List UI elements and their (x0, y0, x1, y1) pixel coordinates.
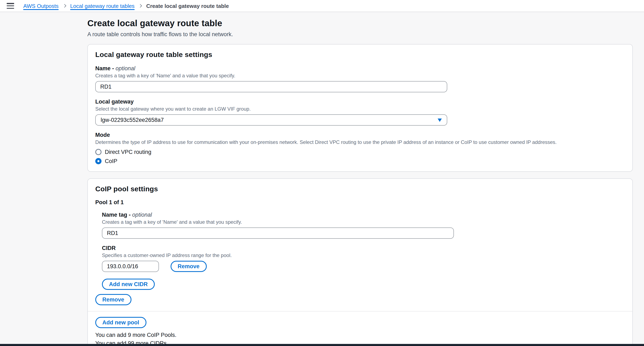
radio-icon (95, 149, 102, 155)
radio-icon (95, 158, 102, 164)
caret-down-icon (438, 118, 442, 122)
pools-remaining-hint: You can add 9 more CoIP Pools. (95, 332, 625, 338)
local-gateway-selected-value: lgw-02293c552ee2658a7 (101, 117, 164, 123)
add-new-pool-button[interactable]: Add new pool (95, 317, 146, 328)
breadcrumb-current-page: Create local gateway route table (146, 3, 229, 9)
local-gateway-description: Select the local gateway where you want … (95, 106, 625, 112)
bottom-dark-bar (0, 344, 644, 346)
main-content: Create local gateway route table A route… (87, 12, 633, 346)
optional-hint: optional (116, 65, 136, 71)
name-tag-field: Name tag - optional Creates a tag with a… (102, 212, 625, 239)
radio-direct-vpc-routing[interactable]: Direct VPC routing (95, 149, 625, 155)
page-subtitle: A route table controls how traffic flows… (87, 31, 633, 37)
name-label: Name - optional (95, 65, 625, 71)
page-root: AWS Outposts Local gateway route tables … (0, 0, 644, 346)
name-description: Creates a tag with a key of 'Name' and a… (95, 73, 625, 79)
optional-hint: optional (132, 212, 152, 218)
name-field: Name - optional Creates a tag with a key… (95, 65, 625, 92)
pool-body: Name tag - optional Creates a tag with a… (102, 212, 625, 290)
hamburger-menu-icon[interactable] (7, 3, 14, 9)
chevron-right-icon (138, 4, 142, 8)
breadcrumb: AWS Outposts Local gateway route tables … (23, 3, 229, 9)
cidr-row: Remove (102, 261, 625, 272)
mode-field: Mode Determines the type of IP address t… (95, 132, 625, 164)
remove-pool-button[interactable]: Remove (95, 294, 131, 305)
cidr-input[interactable] (102, 261, 159, 272)
mode-label: Mode (95, 132, 625, 138)
top-navigation-bar: AWS Outposts Local gateway route tables … (0, 0, 644, 12)
local-gateway-label: Local gateway (95, 99, 625, 105)
remove-cidr-button[interactable]: Remove (170, 261, 206, 272)
name-tag-label: Name tag - optional (102, 212, 625, 218)
name-input[interactable] (95, 81, 447, 92)
radio-label: Direct VPC routing (105, 149, 152, 155)
name-tag-description: Creates a tag with a key of 'Name' and a… (102, 219, 625, 225)
breadcrumb-local-gateway-route-tables[interactable]: Local gateway route tables (70, 3, 134, 9)
mode-description: Determines the type of IP address to use… (95, 139, 625, 145)
chevron-right-icon (62, 4, 66, 8)
radio-coip[interactable]: CoIP (95, 158, 625, 164)
cidr-field: CIDR Specifies a customer-owned IP addre… (102, 245, 625, 272)
card-coip-pool-settings: CoIP pool settings Pool 1 of 1 Name tag … (87, 178, 633, 346)
page-title: Create local gateway route table (87, 18, 633, 28)
cidr-description: Specifies a customer-owned IP address ra… (102, 252, 625, 258)
breadcrumb-aws-outposts[interactable]: AWS Outposts (23, 3, 59, 9)
coip-heading: CoIP pool settings (95, 185, 625, 193)
name-tag-input[interactable] (102, 228, 454, 239)
section-divider (88, 311, 632, 312)
cidr-label: CIDR (102, 245, 625, 251)
add-new-cidr-button[interactable]: Add new CIDR (102, 279, 155, 290)
mode-radio-group: Direct VPC routing CoIP (95, 149, 625, 164)
settings-heading: Local gateway route table settings (95, 51, 625, 59)
card-local-gateway-route-table-settings: Local gateway route table settings Name … (87, 44, 633, 172)
pool-counter: Pool 1 of 1 (95, 199, 625, 205)
local-gateway-select[interactable]: lgw-02293c552ee2658a7 (95, 114, 447, 126)
local-gateway-field: Local gateway Select the local gateway w… (95, 99, 625, 126)
radio-label: CoIP (105, 158, 117, 164)
